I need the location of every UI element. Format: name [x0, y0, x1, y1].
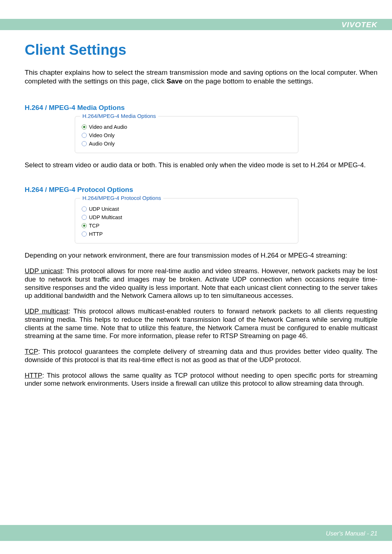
header-band: [0, 19, 392, 31]
tcp-text: : This protocol guarantees the complete …: [25, 348, 377, 364]
udp-unicast-text: : This protocol allows for more real-tim…: [25, 267, 377, 299]
radio-icon: [82, 124, 87, 130]
udp-unicast-paragraph: UDP unicast: This protocol allows for mo…: [25, 267, 377, 300]
radio-label: Audio Only: [89, 141, 115, 147]
radio-label: UDP Multicast: [89, 214, 122, 220]
udp-unicast-term: UDP unicast: [25, 267, 62, 275]
protocol-option-udp-multicast[interactable]: UDP Multicast: [82, 214, 291, 220]
protocol-option-http[interactable]: HTTP: [82, 231, 291, 237]
media-option-video-and-audio[interactable]: Video and Audio: [82, 124, 291, 130]
radio-icon: [82, 141, 87, 146]
protocol-option-udp-unicast[interactable]: UDP Unicast: [82, 206, 291, 212]
radio-icon: [82, 223, 87, 228]
brand-label: VIVOTEK: [342, 20, 377, 29]
page-title: Client Settings: [25, 42, 377, 58]
page-content: Client Settings This chapter explains ho…: [25, 42, 377, 395]
media-options-fieldset: H.264/MPEG-4 Media Options Video and Aud…: [75, 116, 298, 153]
footer-page-number: User's Manual - 21: [326, 530, 377, 537]
radio-icon: [82, 215, 87, 220]
intro-post: on the page bottom to enable the setting…: [183, 77, 313, 85]
media-options-legend: H.264/MPEG-4 Media Options: [80, 113, 158, 119]
protocol-option-tcp[interactable]: TCP: [82, 223, 291, 229]
media-options-heading: H.264 / MPEG-4 Media Options: [25, 104, 377, 112]
udp-multicast-paragraph: UDP multicast: This protocol allows mult…: [25, 307, 377, 340]
radio-label: UDP Unicast: [89, 206, 119, 212]
radio-label: Video and Audio: [89, 124, 127, 130]
radio-icon: [82, 231, 87, 237]
media-option-audio-only[interactable]: Audio Only: [82, 141, 291, 147]
tcp-paragraph: TCP: This protocol guarantees the comple…: [25, 348, 377, 364]
protocol-options-legend: H.264/MPEG-4 Protocol Options: [80, 195, 163, 201]
http-term: HTTP: [25, 372, 42, 379]
radio-label: HTTP: [89, 231, 103, 237]
udp-multicast-text: : This protocol allows multicast-enabled…: [25, 307, 377, 340]
intro-bold-save: Save: [167, 77, 183, 85]
protocol-options-fieldset-wrap: H.264/MPEG-4 Protocol Options UDP Unicas…: [75, 198, 298, 243]
http-text: : This protocol allows the same quality …: [25, 372, 377, 387]
http-paragraph: HTTP: This protocol allows the same qual…: [25, 372, 377, 388]
protocol-options-fieldset: H.264/MPEG-4 Protocol Options UDP Unicas…: [75, 198, 298, 243]
tcp-term: TCP: [25, 348, 38, 355]
intro-paragraph: This chapter explains how to select the …: [25, 68, 377, 86]
protocol-options-caption: Depending on your network environment, t…: [25, 251, 377, 260]
udp-multicast-term: UDP multicast: [25, 307, 68, 315]
media-options-fieldset-wrap: H.264/MPEG-4 Media Options Video and Aud…: [75, 116, 298, 153]
radio-label: TCP: [89, 223, 99, 229]
media-options-caption: Select to stream video or audio data or …: [25, 161, 377, 169]
media-option-video-only[interactable]: Video Only: [82, 132, 291, 138]
radio-label: Video Only: [89, 132, 115, 138]
protocol-options-heading: H.264 / MPEG-4 Protocol Options: [25, 186, 377, 194]
radio-icon: [82, 206, 87, 212]
radio-icon: [82, 133, 87, 138]
